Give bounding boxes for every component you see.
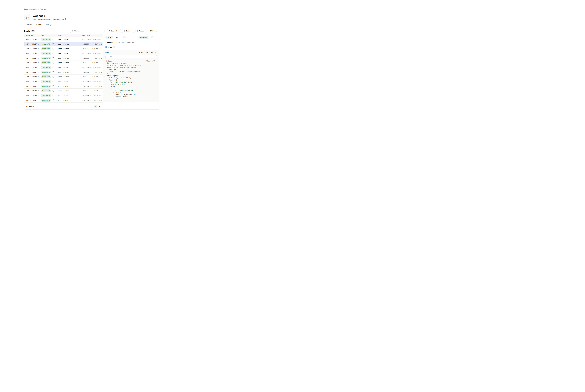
- structured-mode-toggle[interactable]: {} Structured: [138, 52, 148, 53]
- cell-timestamp: NOV 18 10:17:22: [24, 71, 41, 73]
- detail-panel-header: Event Attempts 3 Successful: [103, 34, 159, 40]
- attempts-count-badge: 3: [123, 36, 126, 38]
- cell-message-id: b4925365-b8cf-42b7-a76…: [82, 52, 103, 54]
- headers-section[interactable]: Headers 3: [103, 44, 159, 50]
- json-summary-left[interactable]: {1 item ↑: [106, 60, 113, 62]
- table-row[interactable]: NOV 18 10:17:22Successfuluser.createdb49…: [24, 74, 103, 79]
- cell-timestamp: NOV 18 10:17:22: [24, 62, 41, 64]
- tab-response[interactable]: Response: [115, 40, 125, 44]
- json-line: "item": {: [106, 92, 157, 94]
- retry-icon[interactable]: [52, 76, 54, 78]
- json-line: "name": "Growth",: [106, 83, 157, 85]
- tab-settings[interactable]: Settings: [44, 24, 53, 27]
- main-content: Event Destinations / Webhook Webhook htt…: [24, 0, 159, 110]
- webhook-avatar: [24, 14, 30, 20]
- cell-status: Successful: [41, 48, 58, 50]
- detail-sub-tabs: Request Response Metadata: [103, 40, 159, 44]
- table-row[interactable]: NOV 18 10:17:22Successfuluser.createdb49…: [24, 56, 103, 60]
- cell-topic: user.created: [58, 43, 82, 45]
- events-card: Timestamp Status Topic Message ID NOV 18…: [24, 34, 159, 110]
- column-topic: Topic: [58, 35, 82, 36]
- table-row[interactable]: NOV 18 10:17:22Successfuluser.createdb49…: [24, 37, 103, 42]
- pagination: [94, 105, 101, 108]
- retry-icon[interactable]: [52, 66, 54, 68]
- cell-message-id: b4925365-b8cf-42b7-a76…: [82, 80, 103, 82]
- copy-url-icon[interactable]: [65, 18, 66, 20]
- status-badge: Successful: [41, 66, 51, 69]
- json-lines: "id": "P2NoRtyZoTc46X3B","created_at": "…: [106, 62, 157, 100]
- table-row[interactable]: NOV 18 10:17:22Successfuluser.createdb49…: [24, 84, 103, 88]
- status-badge: Successful: [41, 48, 51, 50]
- body-collapse-icon[interactable]: [155, 52, 157, 53]
- copy-body-icon[interactable]: [151, 52, 152, 53]
- body-filter-input[interactable]: [109, 56, 156, 58]
- json-line: "plan": {: [106, 79, 157, 81]
- retry-icon[interactable]: [52, 48, 54, 50]
- status-badge: Successful: [41, 80, 51, 83]
- table-row[interactable]: NOV 18 10:17:22Successfuluser.createdb49…: [24, 93, 103, 98]
- table-row[interactable]: NOV 18 10:17:22Successfuluser.createdb49…: [24, 46, 103, 51]
- retry-icon[interactable]: [52, 43, 54, 45]
- tab-metadata[interactable]: Metadata: [126, 40, 135, 44]
- cell-message-id: b4925365-b8cf-42b7-a76…: [82, 85, 103, 87]
- close-panel-icon[interactable]: [155, 36, 157, 38]
- retry-icon[interactable]: [52, 90, 54, 92]
- status-badge: Successful: [41, 90, 51, 92]
- cell-message-id: b4925365-b8cf-42b7-a76…: [82, 38, 103, 40]
- table-row[interactable]: NOV 18 10:17:22Successfuluser.createdb49…: [24, 60, 103, 65]
- tab-overview[interactable]: Overview: [24, 24, 34, 27]
- retry-icon[interactable]: [52, 62, 54, 64]
- cell-message-id: b4925365-b8cf-42b7-a76…: [82, 48, 103, 50]
- cell-topic: user.created: [58, 95, 82, 96]
- column-message-id: Message ID: [82, 35, 103, 36]
- time-filter-button[interactable]: Last 24h: [107, 29, 121, 33]
- retry-icon[interactable]: [52, 57, 54, 59]
- retry-icon[interactable]: [52, 99, 54, 101]
- cell-topic: user.created: [58, 71, 82, 73]
- filter-by-id-search[interactable]: [70, 29, 104, 33]
- json-line: "prices": [: [106, 85, 157, 88]
- webhook-icon: [26, 16, 29, 19]
- events-toolbar: Events 472 Last 24h Status: [24, 29, 159, 33]
- cell-message-id: b4925365-b8cf-42b7-a76…: [82, 90, 103, 92]
- status-filter-button[interactable]: Status: [122, 29, 134, 33]
- tab-events[interactable]: Events: [35, 24, 43, 27]
- events-table: Timestamp Status Topic Message ID NOV 18…: [24, 34, 103, 110]
- tab-request[interactable]: Request: [106, 40, 114, 44]
- retry-icon[interactable]: [52, 52, 54, 54]
- retry-event-icon[interactable]: [152, 36, 153, 38]
- previous-page-button[interactable]: [94, 105, 97, 108]
- next-page-button[interactable]: [98, 105, 101, 108]
- attempts-tab[interactable]: Attempts 3: [116, 36, 126, 38]
- table-row[interactable]: NOV 18 10:17:22Successfuluser.createdb49…: [24, 51, 103, 56]
- headers-expand-icon[interactable]: [155, 46, 157, 48]
- retry-icon[interactable]: [52, 38, 54, 40]
- table-row[interactable]: NOV 18 10:17:22Successfuluser.createdb49…: [24, 98, 103, 102]
- page-header: Webhook http://mock.hookdeck.com/webhook…: [24, 14, 159, 20]
- retry-icon[interactable]: [52, 71, 54, 73]
- table-row[interactable]: NOV 18 10:17:22Successfuluser.createdb49…: [24, 42, 103, 46]
- retry-icon[interactable]: [52, 95, 54, 96]
- table-row[interactable]: NOV 18 10:17:22Successfuluser.createdb49…: [24, 65, 103, 70]
- json-line: "id": "gSjvn6eQTBewNWcr",: [106, 77, 157, 79]
- table-row[interactable]: NOV 18 10:17:22Successfuluser.createdb49…: [24, 79, 103, 84]
- cell-status: Successful: [41, 43, 58, 46]
- table-rows: NOV 18 10:17:22Successfuluser.createdb49…: [24, 37, 103, 103]
- collapse-all-button[interactable]: Collapse all ↑: [144, 60, 157, 62]
- json-line: "created_at": "2024-10-10T09:15:50+00:00…: [106, 64, 157, 66]
- breadcrumb-event-destinations[interactable]: Event Destinations: [24, 8, 37, 10]
- retry-icon[interactable]: [52, 80, 54, 82]
- refresh-button[interactable]: Refresh: [149, 29, 159, 33]
- page: { "breadcrumb": { "items": ["Event Desti…: [0, 0, 180, 116]
- retry-icon[interactable]: [52, 85, 54, 87]
- topics-filter-button[interactable]: Topics: [135, 29, 147, 33]
- main-tabs: Overview Events Settings: [24, 24, 159, 27]
- table-row[interactable]: NOV 18 10:17:22Successfuluser.createdb49…: [24, 88, 103, 93]
- search-icon: [106, 56, 108, 58]
- json-line: {: [106, 88, 157, 90]
- json-line: "id": "MJ2oy747MNQXELAo",: [106, 94, 157, 96]
- search-input[interactable]: [74, 30, 103, 32]
- body-filter-search[interactable]: [106, 55, 157, 58]
- table-row[interactable]: NOV 18 10:17:22Successfuluser.createdb49…: [24, 70, 103, 74]
- event-tab[interactable]: Event: [106, 36, 113, 39]
